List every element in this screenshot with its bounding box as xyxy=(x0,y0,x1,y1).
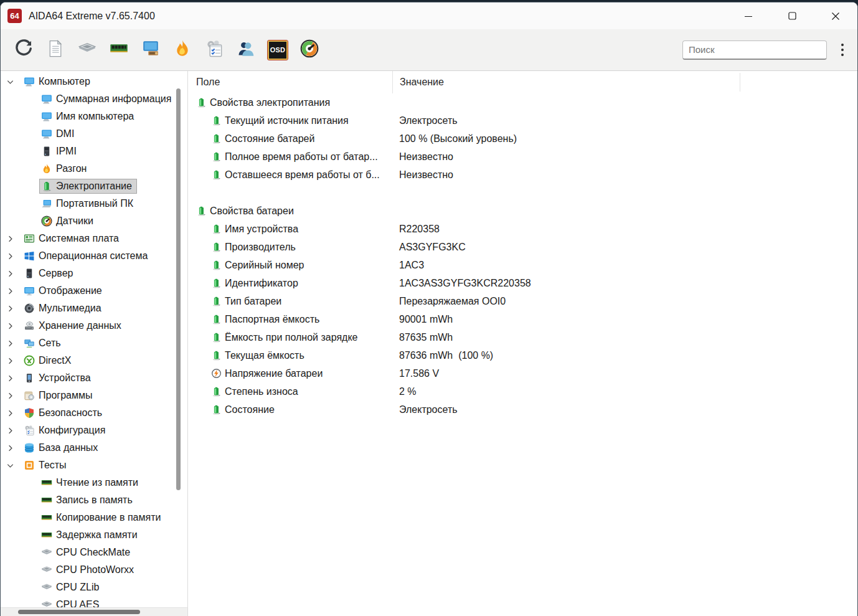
burn-icon xyxy=(41,163,52,174)
report-row[interactable]: Серийный номер1AC3 xyxy=(188,256,857,274)
memory-button[interactable] xyxy=(108,39,130,60)
battery-icon xyxy=(211,260,222,270)
tree-item-label: Сервер xyxy=(39,268,73,279)
report-row[interactable]: Полное время работы от батар...Неизвестн… xyxy=(188,148,857,166)
tree-item-target[interactable]: Конфигурация xyxy=(22,423,110,438)
tree-item: Системная плата xyxy=(1,230,174,247)
chevron-right-icon[interactable] xyxy=(6,409,22,418)
burn-button[interactable] xyxy=(172,39,193,60)
tree-item-target[interactable]: Чтение из памяти xyxy=(39,475,143,490)
chevron-right-icon[interactable] xyxy=(6,287,22,296)
chevron-right-icon[interactable] xyxy=(6,374,22,383)
report-row[interactable]: Оставшееся время работы от б...Неизвестн… xyxy=(188,166,857,184)
search-input[interactable] xyxy=(682,40,827,60)
chevron-right-icon[interactable] xyxy=(6,356,22,366)
field-cell: Напряжение батареи xyxy=(188,368,399,379)
tree-item-target[interactable]: Портативный ПК xyxy=(39,196,138,211)
tree-item-target[interactable]: DirectX xyxy=(22,353,76,368)
close-button[interactable] xyxy=(814,2,857,29)
report-button[interactable] xyxy=(45,39,66,60)
report-row[interactable]: ПроизводительAS3GYFG3KC xyxy=(188,238,857,256)
report-row[interactable]: Текущий источник питанияЭлектросеть xyxy=(188,111,857,130)
chevron-right-icon[interactable] xyxy=(6,304,22,313)
tree-item-target[interactable]: Задержка памяти xyxy=(39,528,143,543)
value-label: 2 % xyxy=(399,386,417,397)
tree-item-target[interactable]: Сеть xyxy=(22,336,66,351)
tree-item-target[interactable]: Датчики xyxy=(39,214,98,229)
tree-item-target[interactable]: Запись в память xyxy=(39,493,138,508)
tree-item-target[interactable]: CPU PhotoWorxx xyxy=(39,562,139,577)
report-row[interactable]: Напряжение батареи17.586 V xyxy=(188,364,857,382)
video-button[interactable] xyxy=(140,39,161,60)
tree-item-target[interactable]: Хранение данных xyxy=(22,318,126,333)
tree-item-target[interactable]: Тесты xyxy=(22,458,72,473)
chevron-down-icon[interactable] xyxy=(6,461,22,470)
cpu-button[interactable] xyxy=(77,39,98,60)
report-row[interactable]: СостояниеЭлектросеть xyxy=(188,400,857,419)
report-row[interactable]: Степень износа2 % xyxy=(188,382,857,400)
battery-icon xyxy=(211,386,222,397)
maximize-button[interactable] xyxy=(770,2,814,29)
chevron-right-icon[interactable] xyxy=(6,339,22,348)
tree-item-label: Безопасность xyxy=(39,407,102,419)
chevron-right-icon[interactable] xyxy=(6,443,22,453)
tree-item-target[interactable]: Отображение xyxy=(22,283,107,298)
tree-item-target[interactable]: Имя компьютера xyxy=(39,109,139,124)
tree-item-target[interactable]: Сервер xyxy=(22,266,78,281)
report-row[interactable]: Текущая ёмкость87636 mWh (100 %) xyxy=(188,346,857,364)
tree-item-label: Разгон xyxy=(56,163,87,174)
refresh-button[interactable] xyxy=(13,39,34,60)
tree-item: Суммарная информация xyxy=(1,90,174,108)
sidebar-vertical-scrollbar[interactable] xyxy=(176,88,181,490)
osd-button[interactable]: OSD xyxy=(267,39,288,60)
tree-item-target[interactable]: Устройства xyxy=(22,371,96,386)
sidebar-horizontal-scrollbar[interactable] xyxy=(18,610,140,614)
chevron-down-icon[interactable] xyxy=(6,77,22,87)
tree-item-target[interactable]: Разгон xyxy=(39,161,92,176)
tree-item-target[interactable]: CPU AES xyxy=(39,597,104,607)
tree-item-target[interactable]: Мультимедиа xyxy=(22,301,106,316)
tree-item-target[interactable]: CPU CheckMate xyxy=(39,545,135,560)
column-header-field[interactable]: Поле xyxy=(188,71,392,93)
tree-item-target[interactable]: Копирование в памяти xyxy=(39,510,166,525)
column-header-value[interactable]: Значение xyxy=(392,71,857,93)
report-row[interactable]: Ёмкость при полной зарядке87635 mWh xyxy=(188,328,857,346)
report-row[interactable]: Имя устройстваR220358 xyxy=(188,220,857,238)
tree-item-target[interactable]: База данных xyxy=(22,440,103,455)
tree-item-target[interactable]: Компьютер xyxy=(22,74,95,89)
tree-item-label: CPU PhotoWorxx xyxy=(56,564,134,576)
tree-item-target[interactable]: IPMI xyxy=(39,144,82,159)
tree-item-target[interactable]: Программы xyxy=(22,388,97,403)
report-section-row[interactable]: Свойства электропитания xyxy=(188,93,857,111)
tree-item-target[interactable]: DMI xyxy=(39,126,79,141)
chevron-right-icon[interactable] xyxy=(6,426,22,435)
report-row[interactable]: Состояние батарей100 % (Высокий уровень) xyxy=(188,130,857,148)
users-button[interactable] xyxy=(235,39,257,60)
chevron-right-icon[interactable] xyxy=(6,234,22,244)
report-row[interactable]: Паспортная ёмкость90001 mWh xyxy=(188,310,857,328)
tree-item-target[interactable]: CPU ZLib xyxy=(39,580,104,595)
tree-item-target[interactable]: Безопасность xyxy=(22,405,107,420)
menu-kebab-icon[interactable] xyxy=(836,40,849,59)
tree-item-target[interactable]: Системная плата xyxy=(22,231,124,246)
tree-item-target[interactable]: Суммарная информация xyxy=(39,92,174,107)
devices-icon xyxy=(24,372,35,384)
field-cell: Состояние батарей xyxy=(188,133,399,145)
chevron-right-icon[interactable] xyxy=(6,391,22,400)
preferences-button[interactable] xyxy=(204,39,225,60)
chevron-right-icon[interactable] xyxy=(6,321,22,331)
app-window: 64 AIDA64 Extreme v7.65.7400 OSD Компьют… xyxy=(0,2,858,616)
chevron-right-icon[interactable] xyxy=(6,252,22,261)
gauge-button[interactable] xyxy=(299,39,320,60)
report-row[interactable]: Идентификатор1AC3AS3GYFG3KCR220358 xyxy=(188,274,857,292)
report-row[interactable]: Тип батареиПерезаряжаемая OOI0 xyxy=(188,292,857,310)
tree-item-label: IPMI xyxy=(56,146,77,157)
tree-item: Задержка памяти xyxy=(1,526,174,544)
chevron-right-icon[interactable] xyxy=(6,269,22,278)
tree-item-target[interactable]: Операционная система xyxy=(22,249,153,263)
tree-item-target[interactable]: Электропитание xyxy=(39,179,137,194)
report-section-row[interactable]: Свойства батареи xyxy=(188,202,857,220)
sidebar-tree: КомпьютерСуммарная информацияИмя компьют… xyxy=(1,71,187,616)
minimize-button[interactable] xyxy=(727,2,770,29)
column-header-divider[interactable] xyxy=(740,73,740,92)
